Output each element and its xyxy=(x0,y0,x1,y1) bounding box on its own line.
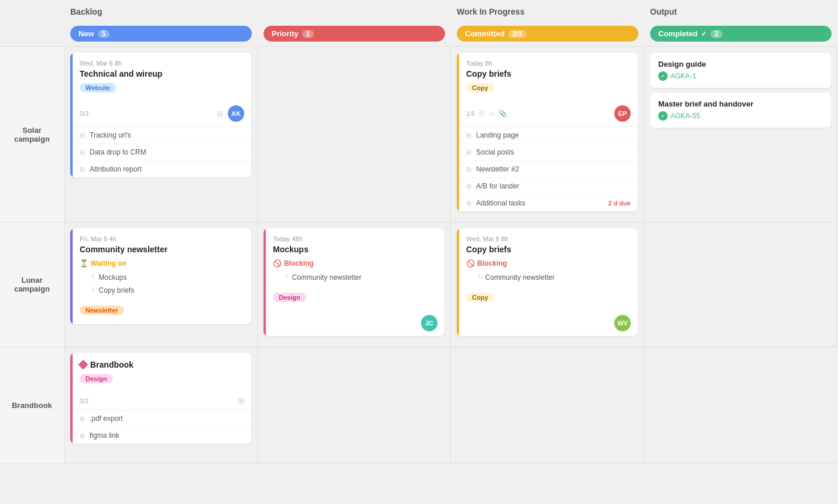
sub-item-label: Data drop to CRM xyxy=(90,148,146,156)
chat-icon: ▭ xyxy=(488,109,495,118)
blocking-text: Blocking xyxy=(284,259,314,268)
priority-badge: Priority 1 xyxy=(264,26,445,42)
dep-label: Mockups xyxy=(99,273,127,282)
output-id-label: AGKA-1 xyxy=(671,72,696,80)
card-title: Copy briefs xyxy=(466,69,631,78)
sub-items: ⊞ Landing page ⊞ Social posts ⊞ Newslett… xyxy=(457,126,638,211)
dep-connector: └ xyxy=(283,273,289,282)
lunar-output-cell xyxy=(644,222,837,347)
lunar-priority-card[interactable]: Today 48h Mockups 🚫 Blocking └ Community… xyxy=(264,228,444,336)
blocking-label: 🚫 Blocking xyxy=(466,259,507,268)
card-count: 0/3 xyxy=(80,110,88,117)
brandbook-backlog-card[interactable]: Brandbook Design 0/2 ⊞ ⊞ .pdf export ⊞ f… xyxy=(70,353,251,444)
card-bar xyxy=(70,228,73,324)
card-title: Technical and wireup xyxy=(80,69,244,78)
lunar-wip-card[interactable]: Wed, Mar 6 8h Copy briefs 🚫 Blocking └ C… xyxy=(457,228,638,336)
card-tag: Design xyxy=(80,374,113,383)
committed-badge: Committed 2/3 xyxy=(457,26,638,42)
card-meta: Wed, Mar 6 8h xyxy=(466,235,631,242)
sub-item: ⊞ Data drop to CRM xyxy=(70,144,251,161)
card-footer: 0/3 ⊞ AK xyxy=(70,102,251,126)
output-card-2[interactable]: Master brief and handover ✓ AGKA-55 xyxy=(650,92,831,128)
committed-badge-count: 2/3 xyxy=(508,30,526,38)
dep-connector: └ xyxy=(477,273,482,282)
badge-completed-cell: Completed ✓ 2 xyxy=(644,21,837,47)
lunar-wip-cell: Wed, Mar 6 8h Copy briefs 🚫 Blocking └ C… xyxy=(451,222,644,347)
col-header-wip: Work In Progress xyxy=(451,0,644,21)
card-tag: Newsletter xyxy=(80,306,124,315)
card-title: Community newsletter xyxy=(80,245,244,254)
sub-item: ⊞ Tracking url's xyxy=(70,127,251,144)
card-tag: Copy xyxy=(466,83,494,92)
sub-icon: ⊞ xyxy=(466,132,471,139)
row-label-solar: Solar campaign xyxy=(0,47,64,222)
brandbook-backlog-cell: Brandbook Design 0/2 ⊞ ⊞ .pdf export ⊞ f… xyxy=(64,347,258,464)
waiting-text: Waiting on xyxy=(91,259,126,268)
diamond-icon xyxy=(78,360,88,370)
sub-items: ⊞ .pdf export ⊞ figma link xyxy=(70,410,251,444)
avatar-jc: JC xyxy=(421,315,437,331)
col-header-backlog2 xyxy=(258,0,451,21)
sub-item: ⊞ Social posts xyxy=(457,144,638,161)
badge-priority-cell: Priority 1 xyxy=(258,21,451,47)
output-card-1[interactable]: Design guide ✓ AGKA-1 xyxy=(650,53,831,88)
card-title: Copy briefs xyxy=(466,245,631,254)
new-badge-label: New xyxy=(78,29,94,38)
new-badge-count: 5 xyxy=(98,30,110,38)
output-title: Master brief and handover xyxy=(658,100,823,108)
solar-wip-card[interactable]: Today 8h Copy briefs Copy 1/6 ☰ ▭ 📎 EP ⊞… xyxy=(457,53,638,211)
sub-icon: ⊞ xyxy=(80,132,85,139)
badge-corner xyxy=(0,21,64,47)
attach-icon: 📎 xyxy=(498,109,507,118)
dep-item: └ Mockups xyxy=(80,271,244,284)
new-badge: New 5 xyxy=(70,26,252,42)
card-body: Fri, Mar 8 4h Community newsletter ⏳ Wai… xyxy=(70,228,251,324)
sub-item: ⊞ Newsletter #2 xyxy=(457,161,638,178)
card-meta: Today 8h xyxy=(466,60,631,67)
solar-output-cell: Design guide ✓ AGKA-1 Master brief and h… xyxy=(644,47,837,222)
brandbook-wip-cell xyxy=(451,347,644,464)
card-count: 1/6 xyxy=(466,110,475,117)
dep-label: Community newsletter xyxy=(292,273,362,282)
card-bar xyxy=(264,228,266,336)
sub-items: ⊞ Tracking url's ⊞ Data drop to CRM ⊞ At… xyxy=(70,126,251,177)
card-body: Wed, Mar 6 8h Copy briefs 🚫 Blocking └ C… xyxy=(457,228,638,311)
waiting-label: ⏳ Waiting on xyxy=(80,259,126,268)
sub-icon: ⊞ xyxy=(80,149,85,156)
due-label: 2 d due xyxy=(608,200,631,207)
sub-item-label: A/B for lander xyxy=(476,182,519,190)
committed-badge-label: Committed xyxy=(465,29,505,38)
output-id: ✓ AGKA-1 xyxy=(658,71,823,81)
lunar-backlog-card[interactable]: Fri, Mar 8 4h Community newsletter ⏳ Wai… xyxy=(70,228,251,324)
sub-icon: ⊞ xyxy=(466,183,471,190)
sub-item: ⊞ Additional tasks 2 d due xyxy=(457,195,638,211)
sub-item: ⊞ Attribution report xyxy=(70,161,251,177)
brandbook-priority-cell xyxy=(258,347,451,464)
card-bar xyxy=(70,353,73,444)
sub-item-label: Tracking url's xyxy=(90,131,131,139)
card-footer: JC xyxy=(264,311,444,336)
card-body: Wed, Mar 6 8h Technical and wireup Websi… xyxy=(70,53,251,102)
sub-item-label: .pdf export xyxy=(90,414,123,423)
block-icon: 🚫 xyxy=(273,259,282,268)
solar-wip-cell: Today 8h Copy briefs Copy 1/6 ☰ ▭ 📎 EP ⊞… xyxy=(451,47,644,222)
sub-icon: ⊞ xyxy=(466,149,471,156)
hierarchy-icon: ⊞ xyxy=(217,109,223,118)
card-body: Brandbook Design xyxy=(70,353,251,393)
card-tag: Copy xyxy=(466,293,494,302)
card-title-text: Brandbook xyxy=(90,360,134,369)
output-id-label: AGKA-55 xyxy=(671,112,700,120)
lunar-backlog-cell: Fri, Mar 8 4h Community newsletter ⏳ Wai… xyxy=(64,222,258,347)
sub-item: ⊞ .pdf export xyxy=(70,410,251,427)
solar-backlog-card[interactable]: Wed, Mar 6 8h Technical and wireup Websi… xyxy=(70,53,251,177)
sub-item: ⊞ A/B for lander xyxy=(457,178,638,195)
completed-badge-label: Completed xyxy=(658,29,697,38)
hourglass-icon: ⏳ xyxy=(80,259,88,268)
avatar-ak: AK xyxy=(228,105,244,122)
output-title: Design guide xyxy=(658,60,823,68)
sub-item-label: Attribution report xyxy=(90,165,142,173)
lunar-priority-cell: Today 48h Mockups 🚫 Blocking └ Community… xyxy=(258,222,451,347)
card-meta: Fri, Mar 8 4h xyxy=(80,235,244,242)
check-icon: ✓ xyxy=(658,111,668,121)
dep-label: Copy briefs xyxy=(99,286,135,294)
